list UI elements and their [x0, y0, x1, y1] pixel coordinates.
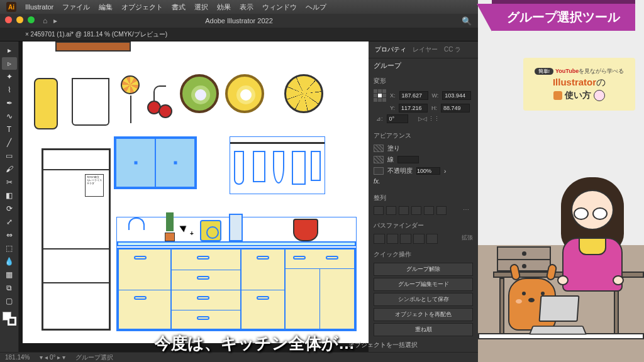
fx-icon[interactable]: fx. — [374, 178, 380, 185]
selection-tool[interactable]: ▸ — [2, 44, 17, 57]
art-shelf — [55, 41, 131, 52]
shaper-tool[interactable]: ✂ — [2, 176, 17, 189]
selection-type: グループ — [369, 58, 478, 73]
transform-y-input[interactable] — [399, 104, 428, 112]
zoom-level[interactable]: 181.14% — [5, 354, 30, 361]
forward-icon[interactable]: ▸ — [53, 16, 57, 25]
art-cutting-board — [34, 78, 58, 129]
video-caption: 今度は、キッチン全体が… — [155, 332, 355, 354]
pf-exclude-icon[interactable] — [413, 234, 425, 244]
menu-file[interactable]: ファイル — [62, 3, 90, 12]
transform-x-input[interactable] — [399, 91, 428, 100]
menu-effect[interactable]: 効果 — [217, 3, 231, 12]
opacity-input[interactable] — [416, 167, 440, 175]
qa-ungroup-button[interactable]: グループ解除 — [374, 263, 473, 276]
minimize-icon[interactable] — [16, 16, 23, 23]
art-kiwi-gold — [225, 74, 264, 113]
width-tool[interactable]: ⇔ — [2, 229, 17, 241]
blend-tool[interactable]: ⧉ — [2, 282, 17, 294]
magic-wand-tool[interactable]: ✦ — [2, 70, 17, 83]
opacity-swatch[interactable] — [374, 167, 384, 175]
home-icon[interactable]: ⌂ — [43, 16, 47, 25]
mini-dog-icon — [553, 91, 562, 100]
align-vcenter-icon[interactable] — [424, 206, 434, 215]
fill-stroke-icon[interactable] — [3, 312, 16, 326]
canvas[interactable]: 今日の献立 カレーライス サラダ — [19, 41, 369, 352]
lesson-title: グループ選択ツール — [507, 10, 620, 24]
transform-h-input[interactable] — [441, 104, 470, 112]
lasso-tool[interactable]: ⌇ — [2, 84, 17, 96]
document-tab[interactable]: × 2459701 (1).ai* @ 181.14 % (CMYK/プレビュー… — [0, 28, 478, 41]
qa-save-symbol-button[interactable]: シンボルとして保存 — [374, 293, 473, 306]
tab-layers[interactable]: レイヤー — [410, 44, 440, 55]
pf-unite-icon[interactable] — [374, 234, 385, 244]
scale-tool[interactable]: ⤢ — [2, 216, 17, 228]
laptop — [531, 295, 585, 336]
menu-type[interactable]: 書式 — [172, 3, 186, 12]
curvature-tool[interactable]: ∿ — [2, 110, 17, 123]
section-transform: 変形 — [369, 73, 478, 87]
reference-point-icon[interactable] — [374, 89, 386, 102]
pathfinder-buttons: 拡張 — [369, 231, 478, 246]
quick-actions: グループ解除 グループ編集モード シンボルとして保存 オブジェクトを再配色 重ね… — [369, 260, 478, 339]
tab-properties[interactable]: プロパティ — [372, 44, 409, 55]
menu-select[interactable]: 選択 — [194, 3, 208, 12]
paintbrush-tool[interactable]: 🖌 — [2, 163, 17, 175]
align-left-icon[interactable] — [374, 206, 384, 215]
qa-arrange-button[interactable]: 重ね順 — [374, 323, 473, 336]
transform-w-input[interactable] — [442, 91, 471, 100]
titlebar: ⌂ ▸ Adobe Illustrator 2022 🔍 — [0, 14, 478, 28]
menu-help[interactable]: ヘルプ — [306, 3, 326, 12]
align-hcenter-icon[interactable] — [386, 206, 396, 215]
pf-intersect-icon[interactable] — [400, 234, 411, 244]
align-right-icon[interactable] — [399, 206, 409, 215]
pf-minus-icon[interactable] — [387, 234, 398, 244]
search-icon[interactable]: 🔍 — [462, 16, 472, 26]
menubar: Ai Illustrator ファイル 編集 オブジェクト 書式 選択 効果 表… — [0, 0, 478, 14]
eraser-tool[interactable]: ◧ — [2, 189, 17, 202]
art-utensil-rack-selected[interactable] — [230, 137, 325, 194]
properties-panel: プロパティ レイヤー CC ラ グループ 変形 X: W: Y: H: — [369, 41, 478, 352]
course-info-card: 簡単!YouTubeを見ながら学べる Illustratorの 使い方 — [523, 58, 635, 111]
menu-view[interactable]: 表示 — [240, 3, 253, 12]
menu-window[interactable]: ウィンドウ — [262, 3, 297, 12]
fill-label: 塗り — [387, 144, 400, 153]
tools-panel: ▸ ▹ ✦ ⌇ ✒ ∿ T ╱ ▭ 🖌 ✂ ◧ ⟳ ⤢ ⇔ ⬚ 💧 ▦ ⧉ ▢ — [0, 41, 19, 352]
panel-tabs: プロパティ レイヤー CC ラ — [369, 41, 478, 58]
art-window-selected[interactable] — [114, 137, 196, 189]
align-bottom-icon[interactable] — [436, 206, 447, 215]
qa-recolor-button[interactable]: オブジェクトを再配色 — [374, 308, 473, 321]
pen-tool[interactable]: ✒ — [2, 97, 17, 109]
titlebar-left-icons: ⌂ ▸ — [43, 16, 57, 25]
menu-edit[interactable]: 編集 — [99, 3, 113, 12]
group-selection-tool[interactable]: ▹ — [2, 57, 17, 70]
traffic-lights[interactable] — [5, 16, 35, 23]
artboard-tool[interactable]: ▢ — [2, 295, 17, 307]
tab-cc[interactable]: CC ラ — [441, 44, 464, 55]
art-kitchen-counter-selected[interactable] — [117, 217, 356, 331]
maximize-icon[interactable] — [28, 16, 35, 23]
line-tool[interactable]: ╱ — [2, 136, 17, 149]
transform-rotate-input[interactable] — [387, 114, 408, 123]
stroke-label: 線 — [387, 155, 394, 164]
batch-select-label: オブジェクトを一括選択 — [348, 341, 418, 349]
menu-object[interactable]: オブジェクト — [121, 3, 163, 12]
menubar-app: Illustrator — [25, 3, 53, 11]
pf-divide-icon[interactable] — [426, 234, 438, 244]
art-measuring-cup — [72, 78, 109, 126]
stroke-swatch[interactable] — [374, 156, 384, 163]
align-buttons: ⋯ — [369, 204, 478, 217]
type-tool[interactable]: T — [2, 123, 17, 136]
fill-swatch[interactable] — [374, 145, 384, 152]
stroke-weight-input[interactable] — [397, 156, 419, 163]
gradient-tool[interactable]: ▦ — [2, 268, 17, 281]
rectangle-tool[interactable]: ▭ — [2, 150, 17, 162]
qa-edit-group-button[interactable]: グループ編集モード — [374, 278, 473, 291]
eyedropper-tool[interactable]: 💧 — [2, 255, 17, 268]
free-transform-tool[interactable]: ⬚ — [2, 242, 17, 255]
section-align: 整列 — [369, 190, 478, 204]
pf-expand-button[interactable]: 拡張 — [462, 234, 473, 244]
close-icon[interactable] — [5, 16, 12, 23]
rotate-tool[interactable]: ⟳ — [2, 202, 17, 215]
align-top-icon[interactable] — [411, 206, 421, 215]
